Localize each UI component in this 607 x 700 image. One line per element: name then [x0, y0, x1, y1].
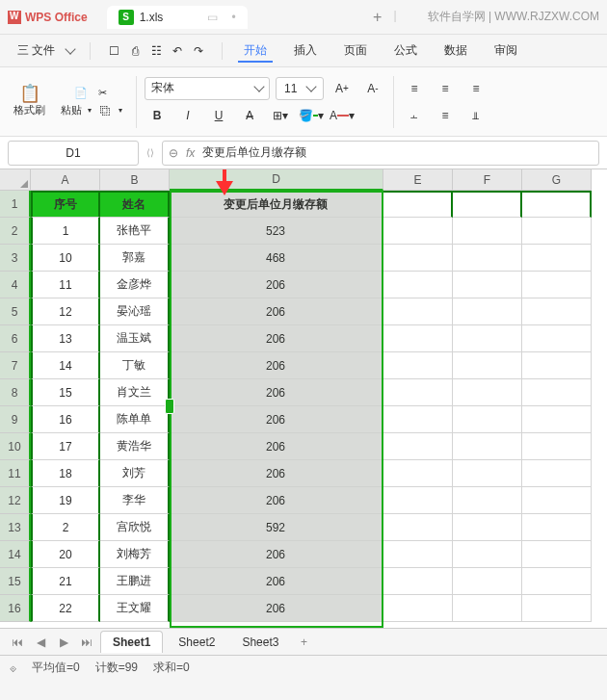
cell[interactable] [522, 245, 592, 272]
row-header[interactable]: 14 [0, 541, 31, 568]
cell[interactable] [383, 460, 453, 487]
sheet-tab-3[interactable]: Sheet3 [230, 632, 290, 653]
valign-middle-button[interactable]: ≡ [433, 104, 458, 127]
border-button[interactable]: ⊞▾ [268, 104, 293, 127]
menu-review[interactable]: 审阅 [488, 39, 523, 63]
row-header[interactable]: 6 [0, 325, 31, 352]
cell-name[interactable]: 晏沁瑶 [100, 298, 170, 325]
cell[interactable] [383, 595, 453, 622]
cell[interactable] [522, 406, 592, 433]
save-icon[interactable]: ☐ [106, 43, 121, 59]
select-all-corner[interactable] [0, 169, 31, 191]
cell-name[interactable]: 王鹏进 [100, 568, 170, 595]
cell-name[interactable]: 刘芳 [100, 460, 170, 487]
menu-formula[interactable]: 公式 [388, 39, 423, 63]
sheet-nav-prev[interactable]: ◀ [31, 635, 50, 649]
cell[interactable] [453, 352, 522, 379]
cell[interactable] [383, 514, 453, 541]
cell[interactable] [383, 272, 453, 298]
cell-name[interactable]: 张艳平 [100, 218, 170, 245]
row-header[interactable]: 7 [0, 352, 31, 379]
sheet-nav-next[interactable]: ▶ [54, 635, 73, 649]
cell[interactable] [453, 541, 522, 568]
cell-seq[interactable]: 15 [31, 379, 100, 406]
cell-seq[interactable]: 20 [31, 541, 100, 568]
sheet-tab-1[interactable]: Sheet1 [100, 631, 163, 653]
cell-amount[interactable]: 206 [170, 298, 383, 325]
font-size-select[interactable]: 11 [276, 77, 324, 100]
cell[interactable] [453, 272, 522, 298]
cell[interactable] [522, 325, 592, 352]
column-header-D[interactable]: D [170, 169, 383, 191]
cell-name[interactable]: 李华 [100, 487, 170, 514]
valign-bottom-button[interactable]: ⫫ [463, 104, 488, 127]
name-box[interactable]: D1 [8, 141, 139, 166]
column-header-E[interactable]: E [383, 169, 453, 191]
cell-seq[interactable]: 10 [31, 245, 100, 272]
cell-amount[interactable]: 468 [170, 245, 383, 272]
cell-amount[interactable]: 206 [170, 541, 383, 568]
cell[interactable] [522, 433, 592, 460]
redo-icon[interactable]: ↷ [191, 43, 206, 59]
row-header[interactable]: 13 [0, 514, 31, 541]
expand-handle-icon[interactable]: ⟨⟩ [146, 147, 154, 158]
cell[interactable] [383, 487, 453, 514]
copy-icon[interactable]: ⿻ [97, 103, 113, 118]
column-header-G[interactable]: G [522, 169, 592, 191]
spreadsheet-grid[interactable]: ABDEFG 12345678910111213141516 序号姓名变更后单位… [0, 169, 607, 628]
cell-amount[interactable]: 523 [170, 218, 383, 245]
cell[interactable] [383, 218, 453, 245]
cell[interactable] [453, 568, 522, 595]
cell-seq[interactable]: 19 [31, 487, 100, 514]
format-brush-group[interactable]: 📋 格式刷 [8, 84, 51, 119]
cell[interactable] [383, 406, 453, 433]
cell[interactable] [383, 191, 453, 218]
cell-header-d[interactable]: 变更后单位月缴存额 [170, 191, 383, 218]
cell-name[interactable]: 温玉斌 [100, 325, 170, 352]
menu-start[interactable]: 开始 [238, 39, 273, 63]
cell-seq[interactable]: 21 [31, 568, 100, 595]
cell-seq[interactable]: 2 [31, 514, 100, 541]
fill-color-button[interactable]: 🪣▾ [299, 104, 324, 127]
cell-amount[interactable]: 206 [170, 487, 383, 514]
menu-insert[interactable]: 插入 [288, 39, 323, 63]
formula-input[interactable]: ⊖ fx 变更后单位月缴存额 [162, 141, 599, 166]
cell-name[interactable]: 肖文兰 [100, 379, 170, 406]
cell-amount[interactable]: 206 [170, 595, 383, 622]
undo-icon[interactable]: ↶ [170, 43, 185, 59]
fx-label[interactable]: fx [186, 146, 195, 160]
cell-amount[interactable]: 206 [170, 272, 383, 298]
cell[interactable] [522, 595, 592, 622]
new-tab-button[interactable]: + [373, 9, 382, 26]
row-header[interactable]: 8 [0, 379, 31, 406]
row-header[interactable]: 16 [0, 595, 31, 622]
cell-seq[interactable]: 16 [31, 406, 100, 433]
underline-button[interactable]: U [206, 104, 231, 127]
cell[interactable] [383, 568, 453, 595]
cell[interactable] [383, 379, 453, 406]
cell[interactable] [383, 245, 453, 272]
cell-amount[interactable]: 206 [170, 460, 383, 487]
cell-name[interactable]: 宫欣悦 [100, 514, 170, 541]
font-name-select[interactable]: 宋体 [145, 77, 270, 100]
cell-amount[interactable]: 206 [170, 352, 383, 379]
cell[interactable] [453, 245, 522, 272]
cell[interactable] [383, 433, 453, 460]
tab-more-icon[interactable]: • [231, 11, 235, 24]
cell-name[interactable]: 刘梅芳 [100, 541, 170, 568]
cell[interactable] [522, 298, 592, 325]
tab-overflow-icon[interactable]: ▭ [207, 11, 218, 24]
cell[interactable] [383, 541, 453, 568]
cell-header-a[interactable]: 序号 [31, 191, 100, 218]
cell-seq[interactable]: 1 [31, 218, 100, 245]
sheet-nav-first[interactable]: ⏮ [8, 635, 27, 649]
row-header[interactable]: 2 [0, 218, 31, 245]
row-header[interactable]: 9 [0, 406, 31, 433]
valign-top-button[interactable]: ⫠ [402, 104, 427, 127]
bold-button[interactable]: B [145, 104, 170, 127]
cell-amount[interactable]: 206 [170, 433, 383, 460]
italic-button[interactable]: I [175, 104, 200, 127]
cell-name[interactable]: 郭嘉 [100, 245, 170, 272]
cell[interactable] [453, 218, 522, 245]
cell[interactable] [522, 460, 592, 487]
